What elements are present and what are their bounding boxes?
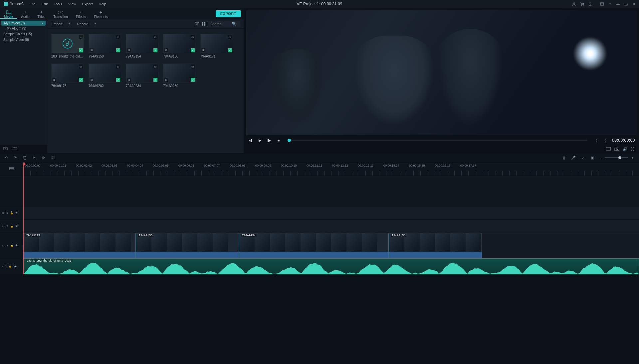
lock-icon[interactable]: 🔓 (10, 211, 13, 214)
tab-media[interactable]: Media (0, 8, 17, 19)
import-dropdown[interactable]: Import▾ (51, 21, 72, 27)
menu-export[interactable]: Export (80, 1, 96, 7)
track-video-3[interactable] (23, 206, 639, 220)
close-icon[interactable]: ✕ (631, 1, 637, 7)
stop-button[interactable]: ■ (276, 137, 282, 143)
volume-icon[interactable]: 🔊 (623, 147, 627, 151)
track-video-2[interactable] (23, 220, 639, 233)
help-icon[interactable]: ? (607, 1, 613, 7)
split-button[interactable]: ✂ (33, 156, 36, 160)
clip-thumbnail[interactable]: ▭⊞✓ (89, 34, 121, 53)
menu-edit[interactable]: Edit (39, 1, 50, 7)
prev-frame-button[interactable]: ◂▮ (248, 137, 254, 143)
export-button[interactable]: EXPORT (216, 10, 241, 17)
visibility-icon[interactable]: 👁 (15, 225, 18, 228)
library-clip[interactable]: ▭⊞✓794A9202 (89, 63, 121, 88)
mail-icon[interactable] (599, 1, 605, 7)
sidebar-project-heading[interactable]: My Project (9) ▾ (1, 21, 46, 26)
cart-icon[interactable] (579, 1, 585, 7)
tab-elements[interactable]: ◆Elements (90, 8, 112, 19)
crop-icon[interactable]: ▣ (591, 156, 594, 160)
clip-thumbnail[interactable]: ▭⊞✓ (126, 34, 158, 53)
sidebar-item-my-album[interactable]: My Album (9) (0, 26, 47, 31)
library-clip[interactable]: ▭⊞✓794A9158 (163, 34, 196, 58)
add-to-timeline-icon[interactable]: ⊞ (164, 78, 168, 82)
add-to-timeline-icon[interactable]: ⊞ (127, 48, 131, 52)
library-clip[interactable]: ▭⊞✓794A9150 (89, 34, 121, 58)
next-frame-button[interactable]: ▮▸ (266, 137, 272, 143)
add-to-timeline-icon[interactable]: ⊞ (201, 48, 205, 52)
tracks-area[interactable]: 00:00:00:0000:00:01:0100:00:02:0200:00:0… (23, 163, 639, 274)
library-clip[interactable]: ▭⊞✓794A9234 (126, 63, 158, 88)
zoom-slider[interactable] (605, 157, 628, 158)
lock-icon[interactable]: 🔓 (10, 225, 13, 228)
search-field[interactable] (210, 22, 232, 26)
fullscreen-icon[interactable]: ⛶ (631, 147, 634, 151)
timeline-clip[interactable]: 794A9150 (136, 233, 239, 258)
mark-out-button[interactable]: } (603, 137, 609, 143)
mute-icon[interactable]: 🔈 (14, 265, 17, 268)
filter-icon[interactable] (195, 22, 199, 26)
clip-thumbnail[interactable]: ▭⊞✓ (89, 63, 121, 83)
add-to-timeline-icon[interactable]: ⊞ (127, 78, 131, 82)
menu-file[interactable]: File (27, 1, 38, 7)
display-toggle-icon[interactable] (606, 147, 611, 151)
account-icon[interactable] (571, 1, 577, 7)
menu-tools[interactable]: Tools (51, 1, 65, 7)
library-clip[interactable]: ▭⊞✓794A9154 (126, 34, 158, 58)
track-audio-1[interactable]: 283_short2_the-old-cinema_0031 (23, 258, 639, 274)
library-clip[interactable]: ▭⊞✓794A9175 (51, 63, 84, 88)
timeline-clip[interactable]: 794A9158 (389, 233, 482, 258)
progress-playhead-icon[interactable] (288, 139, 291, 142)
library-clip[interactable]: ▭⊞✓794A9171 (200, 34, 233, 58)
sidebar-item-sample-video[interactable]: Sample Video (9) (0, 37, 47, 43)
search-input[interactable]: 🔍 (208, 21, 240, 27)
add-to-timeline-icon[interactable]: ⊞ (90, 48, 94, 52)
sidebar-item-sample-colors[interactable]: Sample Colors (15) (0, 31, 47, 37)
clip-thumbnail[interactable]: ▭⊞✓ (51, 63, 84, 83)
tab-audio[interactable]: ♪Audio (17, 8, 34, 19)
clip-thumbnail[interactable]: ▭⊞✓ (200, 34, 233, 53)
render-button[interactable]: ⟳ (42, 156, 45, 160)
new-folder-icon[interactable] (3, 147, 9, 152)
lock-icon[interactable]: 🔓 (10, 244, 13, 247)
clip-thumbnail[interactable]: ♪✓ (51, 34, 84, 53)
tab-transition[interactable]: ▷◁Transition (49, 8, 72, 19)
clip-thumbnail[interactable]: ▭⊞✓ (126, 63, 158, 83)
tab-titles[interactable]: TTitles (34, 8, 50, 19)
marker-icon[interactable]: ▯ (563, 156, 565, 160)
timeline-clip[interactable]: 794A9154 (239, 233, 389, 258)
minimize-icon[interactable]: — (615, 1, 621, 7)
preview-progress[interactable] (288, 140, 587, 141)
playhead[interactable] (23, 163, 24, 274)
menu-help[interactable]: Help (96, 1, 109, 7)
track-video-1[interactable]: 794A9175794A9150794A9154794A9158 (23, 233, 639, 258)
add-to-timeline-icon[interactable]: ⊞ (90, 78, 94, 82)
snapshot-icon[interactable] (614, 147, 619, 151)
audio-clip[interactable]: 283_short2_the-old-cinema_0031 (23, 258, 639, 274)
library-clip[interactable]: ▭⊞✓794A9259 (163, 63, 196, 88)
mark-in-button[interactable]: { (593, 137, 599, 143)
tab-effects[interactable]: ✦Effects (72, 8, 90, 19)
record-dropdown[interactable]: Record▾ (75, 21, 98, 27)
library-clip[interactable]: ♪✓283_short2_the-old-cine… (51, 34, 84, 58)
delete-button[interactable] (23, 156, 27, 160)
mixer-icon[interactable]: ♫ (582, 156, 584, 160)
clip-thumbnail[interactable]: ▭⊞✓ (163, 63, 196, 83)
undo-button[interactable]: ↶ (5, 156, 8, 160)
preview-viewer[interactable] (246, 10, 637, 136)
zoom-out-button[interactable]: − (600, 156, 602, 160)
timeline-clip[interactable]: 794A9175 (23, 233, 136, 258)
menu-view[interactable]: View (66, 1, 79, 7)
add-to-timeline-icon[interactable]: ⊞ (164, 48, 168, 52)
download-icon[interactable] (587, 1, 593, 7)
zoom-in-button[interactable]: ＋ (631, 155, 634, 160)
visibility-icon[interactable]: 👁 (15, 244, 18, 247)
delete-folder-icon[interactable] (13, 147, 18, 152)
add-to-timeline-icon[interactable]: ⊞ (52, 78, 56, 82)
visibility-icon[interactable]: 👁 (15, 211, 18, 214)
settings-icon[interactable] (51, 156, 56, 160)
maximize-icon[interactable]: ▢ (623, 1, 629, 7)
play-button[interactable]: ▶ (257, 137, 263, 143)
voiceover-icon[interactable]: 🎤 (571, 156, 576, 160)
